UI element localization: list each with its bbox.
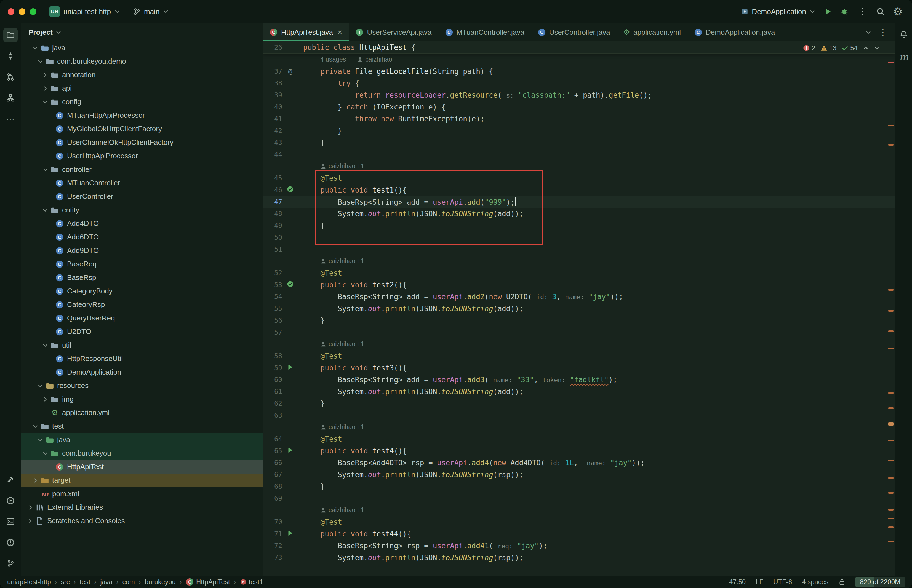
code-line[interactable]: 53 public void test2(){: [263, 279, 895, 291]
code-line[interactable]: 26public class HttpApiTest {: [263, 41, 895, 53]
code-text[interactable]: BaseRsp<Add4DTO> rsp = userApi.add4(new …: [296, 459, 645, 467]
tree-item[interactable]: CCategoryBody: [21, 284, 263, 298]
line-number[interactable]: 45: [263, 174, 284, 182]
tree-item[interactable]: External Libraries: [21, 501, 263, 514]
line-number[interactable]: 49: [263, 222, 284, 229]
inlay-hint-line[interactable]: caizhihao +1: [263, 421, 895, 433]
code-text[interactable]: BaseRsp<String> add = userApi.add2(new U…: [296, 292, 623, 301]
settings-gear-icon[interactable]: ⚙: [893, 6, 902, 17]
chevron-down-icon[interactable]: [32, 45, 39, 51]
code-line[interactable]: 61 System.out.println(JSON.toJSONString(…: [263, 386, 895, 397]
tree-item[interactable]: CHttpResponseUtil: [21, 352, 263, 365]
commit-tool-button[interactable]: [3, 49, 18, 63]
tree-item[interactable]: CU2DTO: [21, 325, 263, 338]
code-line[interactable]: 54 BaseRsp<String> add = userApi.add2(ne…: [263, 291, 895, 302]
maven-tool-button[interactable]: m: [897, 50, 911, 64]
editor[interactable]: 26public class HttpApiTest { 4 usagescai…: [263, 41, 895, 575]
project-panel-title[interactable]: Project: [28, 28, 53, 37]
problems-tool-button[interactable]: [3, 535, 18, 550]
caret-position[interactable]: 47:50: [729, 578, 745, 586]
lock-open-icon[interactable]: [838, 578, 846, 585]
inlay-hint-line[interactable]: caizhihao +1: [263, 160, 895, 172]
line-number[interactable]: 59: [263, 364, 284, 372]
line-number[interactable]: 53: [263, 281, 284, 289]
tab-options-icon[interactable]: ⋮: [878, 28, 889, 37]
code-line[interactable]: 58 @Test: [263, 350, 895, 362]
code-line[interactable]: 57: [263, 326, 895, 338]
breadcrumb-item[interactable]: src: [61, 578, 70, 586]
code-line[interactable]: 47 BaseRsp<String> add = userApi.add("99…: [263, 196, 895, 208]
line-number[interactable]: 52: [263, 269, 284, 277]
line-number[interactable]: 70: [263, 518, 284, 526]
tree-item[interactable]: CDemoApplication: [21, 365, 263, 379]
code-text[interactable]: @Test: [296, 269, 342, 277]
chevron-down-icon[interactable]: [37, 383, 44, 389]
chevron-down-icon[interactable]: [42, 342, 49, 348]
tree-item[interactable]: ⚙application.yml: [21, 406, 263, 420]
code-line[interactable]: 67 System.out.println(JSON.toJSONString(…: [263, 468, 895, 480]
code-text[interactable]: System.out.println(JSON.toJSONString(add…: [296, 210, 523, 218]
code-text[interactable]: @Test: [296, 518, 342, 526]
code-line[interactable]: 62 }: [263, 397, 895, 409]
tree-item[interactable]: CUserController: [21, 190, 263, 203]
code-line[interactable]: 70 @Test: [263, 516, 895, 528]
code-line[interactable]: 66 BaseRsp<Add4DTO> rsp = userApi.add4(n…: [263, 457, 895, 468]
line-number[interactable]: 71: [263, 530, 284, 538]
notifications-button[interactable]: [897, 27, 911, 42]
tree-item[interactable]: CHttpApiTest: [21, 460, 263, 473]
code-line[interactable]: 39 return resourceLoader.getResource( s:…: [263, 89, 895, 101]
branch-widget[interactable]: main: [129, 5, 173, 19]
hidden-tabs-chevron-icon[interactable]: [865, 29, 872, 35]
line-number[interactable]: 40: [263, 103, 284, 111]
tree-item[interactable]: CMyGlobalOkHttpClientFactory: [21, 122, 263, 136]
line-number[interactable]: 44: [263, 150, 284, 158]
breadcrumb-item[interactable]: CHttpApiTest: [186, 578, 230, 586]
line-number[interactable]: 26: [263, 44, 284, 51]
chevron-right-icon[interactable]: [42, 72, 49, 78]
code-text[interactable]: private File getLocalFile(String path) {: [296, 67, 493, 76]
line-number[interactable]: 50: [263, 234, 284, 241]
line-number[interactable]: 72: [263, 542, 284, 550]
code-line[interactable]: 50: [263, 231, 895, 243]
inlay-hint-line[interactable]: caizhihao +1: [263, 255, 895, 267]
line-number[interactable]: 42: [263, 127, 284, 134]
code-line[interactable]: 65 public void test4(){: [263, 445, 895, 457]
code-text[interactable]: BaseRsp<String> add = userApi.add("999")…: [296, 197, 516, 206]
code-text[interactable]: @Test: [296, 352, 342, 360]
code-text[interactable]: }: [296, 221, 325, 230]
line-separator[interactable]: LF: [755, 578, 763, 586]
line-number[interactable]: 69: [263, 494, 284, 502]
chevron-right-icon[interactable]: [27, 504, 34, 510]
line-number[interactable]: 57: [263, 328, 284, 336]
close-icon[interactable]: ×: [337, 28, 342, 36]
zoom-window-button[interactable]: [30, 8, 36, 15]
code-text[interactable]: public void test2(){: [296, 281, 407, 289]
services-tool-button[interactable]: [3, 493, 18, 508]
code-text[interactable]: public void test1(){: [296, 186, 407, 194]
breadcrumb-item[interactable]: test1: [240, 578, 263, 586]
chevron-down-icon[interactable]: [55, 29, 61, 35]
code-line[interactable]: 48 System.out.println(JSON.toJSONString(…: [263, 208, 895, 220]
tree-item[interactable]: CMTuanHttpApiProcessor: [21, 109, 263, 122]
tree-item[interactable]: util: [21, 338, 263, 352]
code-line[interactable]: 41 throw new RuntimeException(e);: [263, 113, 895, 124]
tree-item[interactable]: resources: [21, 379, 263, 393]
code-text[interactable]: @Test: [296, 174, 342, 182]
tree-item[interactable]: CAdd9DTO: [21, 244, 263, 257]
tree-item[interactable]: entity: [21, 203, 263, 217]
tree-item[interactable]: test: [21, 420, 263, 433]
line-number[interactable]: 54: [263, 293, 284, 300]
code-line[interactable]: 56 }: [263, 314, 895, 326]
chevron-down-icon[interactable]: [37, 437, 44, 443]
tree-item[interactable]: CBaseRsp: [21, 271, 263, 284]
code-line[interactable]: 69: [263, 492, 895, 504]
editor-tab[interactable]: ⚙application.yml: [617, 23, 687, 41]
tree-item[interactable]: CAdd6DTO: [21, 230, 263, 244]
next-issue-icon[interactable]: [874, 45, 880, 51]
tree-item[interactable]: java: [21, 433, 263, 446]
chevron-down-icon[interactable]: [37, 58, 44, 65]
debug-button[interactable]: [840, 8, 849, 16]
code-line[interactable]: 42 }: [263, 124, 895, 137]
terminal-tool-button[interactable]: [3, 514, 18, 529]
line-number[interactable]: 73: [263, 554, 284, 562]
